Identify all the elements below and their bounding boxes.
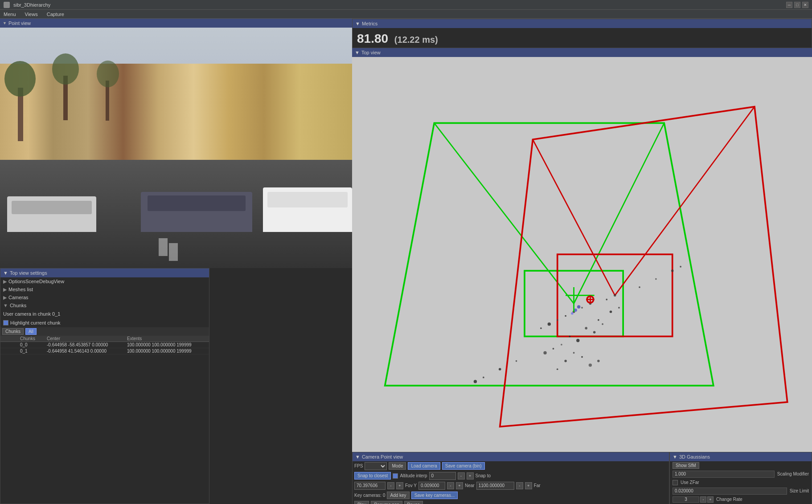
col-extents: Extents (127, 336, 207, 341)
meshes-list-label: Meshes list (8, 287, 33, 292)
change-rate-plus[interactable]: + (707, 496, 714, 503)
right-top-section: ▼ Metrics 81.80 (12.22 ms) ▼ Top view (352, 19, 812, 452)
resume-pos-btn[interactable]: Resume pos (371, 501, 402, 504)
close-button[interactable]: ✕ (802, 2, 808, 8)
svg-point-29 (516, 360, 517, 362)
scaling-modifier-row: Scaling Modifier (670, 470, 812, 478)
cam-row-2: Snap to closest Altitude interp - + Snap… (353, 471, 669, 481)
meshes-list-item[interactable]: ▶ Meshes list (0, 285, 209, 293)
col-chunks: Chunks (20, 336, 47, 341)
near-minus-btn[interactable]: - (516, 482, 523, 489)
change-rate-input[interactable] (673, 496, 699, 503)
altitude-interp-label: Altitude interp (400, 473, 427, 478)
highlight-chunk-checkbox[interactable] (3, 320, 8, 325)
options-scene-debug-view-item[interactable]: ▶ OptionsSceneDebugView (0, 277, 209, 285)
play-btn[interactable]: Play (354, 501, 369, 504)
fov-value-input[interactable] (354, 482, 385, 490)
altitude-minus-btn[interactable]: - (458, 472, 465, 480)
add-key-btn[interactable]: Add key (387, 492, 409, 499)
fps-dropdown[interactable] (365, 462, 387, 470)
highlight-chunk-label: Highlight current chunk (10, 320, 61, 325)
top-view-settings-header: ▼ Top view settings (0, 268, 209, 277)
svg-point-35 (474, 380, 477, 383)
altitude-value-input[interactable] (429, 472, 456, 480)
top-view-settings-triangle: ▼ (3, 270, 8, 276)
maximize-button[interactable]: □ (794, 2, 800, 8)
car-roof-3 (267, 192, 348, 207)
arrow-icon-1: ▶ (3, 279, 7, 285)
options-scene-debug-label: OptionsSceneDebugView (8, 279, 64, 284)
point-view-title: Point view (8, 20, 31, 26)
near-label: Near (465, 483, 475, 488)
svg-point-15 (548, 322, 551, 325)
window-controls[interactable]: ─ □ ✕ (786, 2, 808, 8)
save-camera-btn[interactable]: Save camera (bin) (442, 462, 485, 470)
show-sfm-btn[interactable]: Show SfM (673, 462, 699, 469)
change-rate-minus[interactable]: - (700, 496, 706, 503)
table-row[interactable]: 0_1 -0.644958 41.546143 0.00000 100.0000… (0, 348, 209, 354)
svg-point-45 (577, 305, 580, 309)
svg-point-39 (581, 356, 583, 358)
change-rate-stepper: - + (673, 496, 714, 503)
use-zfar-checkbox[interactable] (673, 480, 678, 485)
near-plus-btn[interactable]: + (525, 482, 532, 489)
metrics-triangle: ▼ (355, 21, 360, 26)
car-roof-1 (12, 201, 92, 214)
tree-trunk-3 (106, 81, 109, 121)
use-zfar-row: Use ZFar (670, 478, 812, 487)
altitude-interp-checkbox[interactable] (393, 473, 398, 479)
gaussians-3d-panel: ▼ 3D Gaussians Show SfM Scaling Modifier… (669, 452, 812, 504)
road-marking-2 (169, 243, 178, 261)
svg-point-18 (598, 319, 599, 321)
svg-point-11 (565, 315, 566, 317)
near-input[interactable] (476, 482, 514, 490)
svg-point-34 (671, 269, 674, 272)
scaling-modifier-input[interactable] (673, 471, 775, 478)
cam-row-4: Key cameras: 0 Add key Save key cameras.… (353, 491, 669, 500)
svg-point-41 (557, 368, 558, 370)
snap-to-closest-btn[interactable]: Snap to closest (354, 472, 391, 480)
fov-y-input[interactable] (418, 482, 445, 490)
fov-y-plus-btn[interactable]: + (456, 482, 463, 489)
chunks-label-item: Chunks (10, 303, 26, 308)
title-bar-left: sibr_3Dhierarchy (4, 2, 50, 8)
chunks-btn[interactable]: Chunks (2, 328, 24, 335)
table-row[interactable]: 0_0 -0.644958 -58.453857 0.00000 100.000… (0, 342, 209, 348)
cam-row-5: Play Resume pos Pause (353, 500, 669, 504)
point-view-panel: ▼ Point view (0, 19, 352, 268)
svg-point-27 (543, 351, 546, 354)
road-marking-1 (159, 238, 168, 256)
minimize-button[interactable]: ─ (786, 2, 792, 8)
col-empty (2, 336, 20, 341)
tree-canopy-1 (4, 61, 36, 97)
menu-menu[interactable]: Menu (2, 12, 18, 17)
mode-btn[interactable]: Mode (389, 462, 406, 470)
altitude-plus-btn[interactable]: + (467, 472, 474, 480)
metrics-ms: (12.22 ms) (394, 35, 438, 45)
fov-y-minus-btn[interactable]: - (447, 482, 454, 489)
pause-btn[interactable]: Pause (404, 501, 423, 504)
tree-trunk-2 (63, 76, 68, 120)
gaussians-title: 3D Gaussians (679, 454, 710, 459)
fov-plus-btn[interactable]: + (396, 482, 403, 489)
cameras-item[interactable]: ▶ Cameras (0, 293, 209, 301)
snap-to-label: Snap to (476, 473, 491, 478)
svg-point-44 (571, 312, 574, 315)
arrow-icon-2: ▶ (3, 287, 7, 293)
load-camera-btn[interactable]: Load camera (408, 462, 440, 470)
save-key-cameras-btn[interactable]: Save key cameras... (411, 492, 458, 499)
row0-extents: 100.000000 100.000000 199999 (127, 342, 207, 347)
user-camera-info: User camera in chunk 0_1 (0, 309, 209, 318)
fov-minus-btn[interactable]: - (387, 482, 394, 489)
window-title: sibr_3Dhierarchy (13, 2, 50, 8)
menu-views[interactable]: Views (23, 12, 40, 17)
svg-point-38 (564, 360, 567, 362)
metrics-fps: 81.80 (357, 32, 388, 45)
top-view-settings-title: Top view settings (10, 270, 47, 276)
chunks-item[interactable]: ▼ Chunks (0, 301, 209, 309)
menu-capture[interactable]: Capture (45, 12, 66, 17)
camera-pv-title: Camera Point view (362, 454, 403, 459)
all-btn[interactable]: All (25, 328, 37, 335)
size-limit-input[interactable] (673, 488, 787, 495)
svg-point-40 (589, 363, 592, 366)
